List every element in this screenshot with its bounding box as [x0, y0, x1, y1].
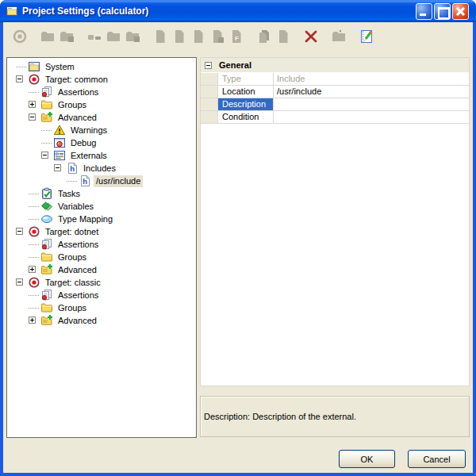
- tree-item-label: Debug: [68, 137, 98, 149]
- tree-expander-slot: [40, 149, 53, 162]
- expand-icon[interactable]: [29, 101, 36, 108]
- tree-item-assertions[interactable]: Assertions: [7, 289, 196, 301]
- property-row-type: Type Include: [201, 73, 469, 86]
- help-text: Description: Description of the external…: [204, 412, 356, 421]
- minimize-button[interactable]: [416, 3, 432, 20]
- dialog-body: F System Target: common Assertions Group…: [3, 22, 473, 473]
- collapse-icon[interactable]: [29, 113, 36, 121]
- folder-commit-icon: [330, 28, 347, 45]
- tree-item-groups[interactable]: Groups: [7, 301, 196, 314]
- property-name-cell[interactable]: Location: [218, 86, 274, 98]
- tree-indent: [7, 225, 15, 238]
- project-settings-window: Project Settings (calculator) F System T…: [0, 0, 476, 476]
- tree-item-label: Variables: [56, 201, 96, 213]
- property-row-indicator: [201, 86, 218, 98]
- collapse-icon[interactable]: [54, 164, 61, 171]
- expand-icon[interactable]: [29, 317, 36, 324]
- page-icon: [171, 28, 188, 45]
- tree-expander-slot: [40, 136, 53, 149]
- tree-item-advanced[interactable]: Advanced: [7, 314, 196, 327]
- collapse-icon[interactable]: [16, 228, 23, 235]
- tree-item-system[interactable]: System: [7, 60, 196, 73]
- assertions-icon: [40, 86, 53, 98]
- ok-button[interactable]: OK: [339, 450, 395, 468]
- tree-item-label: Tasks: [56, 188, 83, 200]
- tree-indent: [7, 149, 40, 162]
- tree-item-label: Target: dotnet: [43, 226, 101, 238]
- tree-indent: [7, 276, 15, 289]
- property-value-cell[interactable]: /usr/include: [274, 86, 469, 98]
- folder-badge-icon: [58, 28, 75, 45]
- tree-item-label: Groups: [56, 99, 89, 111]
- svg-text:F: F: [235, 35, 239, 42]
- tree-item-externals[interactable]: Externals: [7, 149, 196, 162]
- tree-indent: [7, 200, 28, 213]
- tree-item-label: Includes: [81, 163, 118, 175]
- tree-item-advanced[interactable]: Advanced: [7, 263, 196, 276]
- collapse-icon[interactable]: [16, 75, 23, 83]
- toolbar: F: [3, 22, 473, 51]
- tree-item-debug[interactable]: Debug: [7, 136, 196, 149]
- tree-item-type-mapping[interactable]: Type Mapping: [7, 213, 196, 225]
- property-value-cell[interactable]: [274, 98, 469, 110]
- tree-item-assertions[interactable]: Assertions: [7, 86, 196, 98]
- tree-item-warnings[interactable]: Warnings: [7, 124, 196, 136]
- tree-item-assertions[interactable]: Assertions: [7, 238, 196, 251]
- maximize-button[interactable]: [434, 3, 451, 20]
- tree-item-groups[interactable]: Groups: [7, 98, 196, 111]
- tree-item-label: Groups: [56, 302, 89, 314]
- tree-item-target-dotnet[interactable]: Target: dotnet: [7, 225, 196, 238]
- tree-item-label: Externals: [68, 150, 109, 162]
- collapse-group-icon[interactable]: [205, 62, 212, 69]
- tree-indent: [7, 187, 28, 200]
- tree-item-label: Assertions: [56, 239, 101, 251]
- tree-item-tasks[interactable]: Tasks: [7, 187, 196, 200]
- tree-indent: [7, 111, 28, 124]
- tree-item-variables[interactable]: Variables: [7, 200, 196, 213]
- delete-x-icon[interactable]: [302, 28, 320, 45]
- page-badge-icon: [209, 28, 226, 45]
- target-circle-icon: [11, 28, 29, 45]
- tree-item-target-common[interactable]: Target: common: [7, 73, 196, 86]
- tree-item-advanced[interactable]: Advanced: [7, 111, 196, 124]
- tree-item-usr-include[interactable]: h /usr/include: [7, 175, 196, 187]
- collapse-icon[interactable]: [41, 152, 48, 159]
- tree-expander-slot: [40, 124, 53, 136]
- tree-item-target-classic[interactable]: Target: classic: [7, 276, 196, 289]
- tree-expander-slot: [28, 200, 40, 213]
- warning-icon: [53, 124, 66, 136]
- tree-indent: [7, 98, 28, 111]
- tree-expander-slot: [28, 111, 40, 124]
- expand-icon[interactable]: [29, 266, 36, 273]
- copy-pages-icon: [255, 28, 273, 45]
- tree-item-label: /usr/include: [94, 175, 143, 187]
- tree-expander-slot: [28, 86, 40, 98]
- tree-indent: [7, 124, 40, 136]
- folder-icon: [40, 251, 53, 263]
- target-icon: [28, 276, 40, 289]
- tree-item-label: Groups: [56, 251, 89, 263]
- property-name-cell[interactable]: Description: [218, 98, 274, 110]
- cancel-button[interactable]: Cancel: [408, 450, 466, 468]
- tree-indent: [7, 289, 28, 301]
- hfile-icon: h: [66, 162, 79, 175]
- page-icon: [274, 28, 292, 45]
- tree-item-label: System: [43, 61, 77, 73]
- property-row-indicator: [201, 111, 218, 123]
- property-value-cell[interactable]: [274, 111, 469, 123]
- tree-item-label: Warnings: [68, 125, 109, 136]
- tree-item-includes[interactable]: h Includes: [7, 162, 196, 175]
- tree-expander-slot: [28, 238, 40, 251]
- close-button[interactable]: [452, 3, 469, 20]
- tree-item-groups[interactable]: Groups: [7, 251, 196, 263]
- window-title: Project Settings (calculator): [22, 6, 148, 17]
- edit-pencil-icon[interactable]: [358, 28, 375, 45]
- property-name-cell[interactable]: Type: [218, 73, 274, 85]
- collapse-icon[interactable]: [16, 278, 23, 286]
- tree-expander-slot: [28, 314, 40, 327]
- tree-expander-slot: [28, 98, 40, 111]
- property-value-cell[interactable]: Include: [274, 73, 469, 85]
- property-name-cell[interactable]: Condition: [218, 111, 274, 123]
- app-icon: [6, 5, 18, 17]
- tree-expander-slot: [15, 276, 28, 289]
